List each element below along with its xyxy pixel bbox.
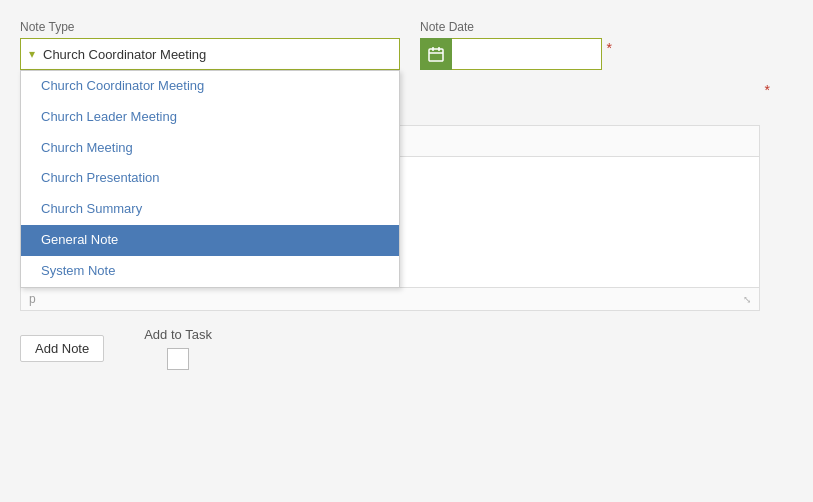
add-note-button[interactable]: Add Note — [20, 335, 104, 362]
add-to-task-label: Add to Task — [144, 327, 212, 342]
note-type-group: Note Type ▾ Church Coordinator Meeting C… — [20, 20, 400, 70]
date-required-star: * — [607, 40, 612, 56]
note-type-label: Note Type — [20, 20, 400, 34]
select-arrow-icon: ▾ — [29, 47, 35, 61]
note-date-group: Note Date * — [420, 20, 602, 70]
note-date-field-wrapper: * — [420, 38, 602, 70]
editor-footer: p ⤡ — [21, 287, 759, 310]
form-row: Note Type ▾ Church Coordinator Meeting C… — [20, 20, 793, 70]
calendar-button[interactable] — [420, 38, 452, 70]
dropdown-item-general-note[interactable]: General Note — [21, 225, 399, 256]
dropdown-item-church-presentation[interactable]: Church Presentation — [21, 163, 399, 194]
note-type-value: Church Coordinator Meeting — [43, 47, 206, 62]
date-input[interactable] — [452, 38, 602, 70]
note-type-select[interactable]: ▾ Church Coordinator Meeting — [20, 38, 400, 70]
dropdown-item-system-note[interactable]: System Note — [21, 256, 399, 287]
note-type-dropdown: Church Coordinator Meeting Church Leader… — [20, 70, 400, 288]
add-to-task-checkbox[interactable] — [167, 348, 189, 370]
bottom-section: Add Note Add to Task — [20, 327, 793, 370]
dropdown-item-church-summary[interactable]: Church Summary — [21, 194, 399, 225]
dropdown-item-church-meeting[interactable]: Church Meeting — [21, 133, 399, 164]
note-type-select-wrapper: ▾ Church Coordinator Meeting Church Coor… — [20, 38, 400, 70]
resize-handle[interactable]: ⤡ — [743, 294, 751, 305]
editor-footer-text: p — [29, 292, 36, 306]
svg-rect-0 — [429, 49, 443, 61]
editor-required-star: * — [765, 82, 770, 98]
calendar-icon — [428, 46, 444, 62]
add-to-task-group: Add to Task — [144, 327, 212, 370]
note-date-label: Note Date — [420, 20, 602, 34]
dropdown-item-church-coordinator[interactable]: Church Coordinator Meeting — [21, 71, 399, 102]
main-container: Note Type ▾ Church Coordinator Meeting C… — [0, 0, 813, 502]
dropdown-item-church-leader[interactable]: Church Leader Meeting — [21, 102, 399, 133]
